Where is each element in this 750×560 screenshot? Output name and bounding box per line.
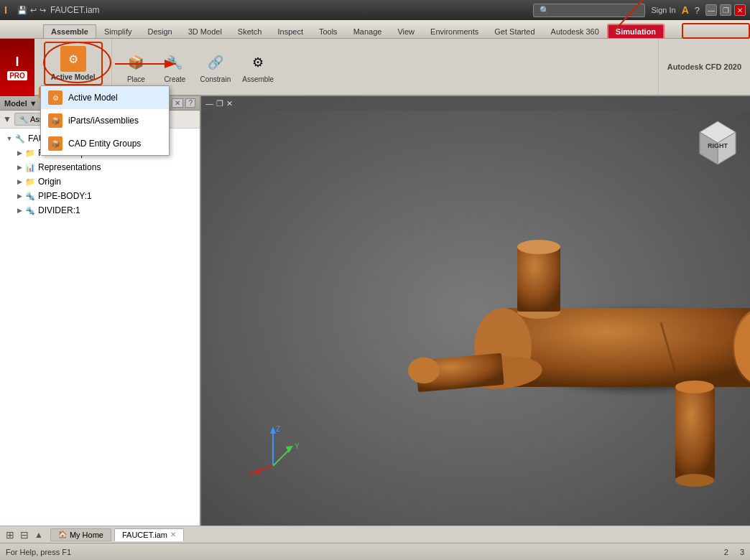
svg-point-19	[408, 358, 440, 383]
quick-access-redo[interactable]: ↪	[40, 6, 46, 15]
tree-item-origin[interactable]: ▶ 📁 Origin	[0, 174, 200, 189]
panel-close-btn[interactable]: ✕	[172, 98, 183, 108]
app-logo: I	[4, 4, 7, 16]
dropdown-cad-icon: 📦	[48, 136, 62, 151]
tab-view[interactable]: View	[389, 24, 422, 38]
window-title: FAUCET.iam	[50, 5, 100, 15]
help-icon[interactable]: ?	[695, 5, 700, 16]
bottom-tabs: ⊞ ⊟ ▲ 🏠 My Home FAUCET.iam ✕	[0, 526, 750, 543]
axes-svg: Z Y X	[244, 423, 302, 480]
svg-marker-31	[253, 468, 260, 475]
assembly-file-icon: 🔧	[14, 133, 26, 144]
bottom-tab-myhome[interactable]: 🏠 My Home	[50, 528, 111, 541]
viewport[interactable]: — ❐ ✕ RIGHT	[201, 96, 750, 526]
minimize-button[interactable]: —	[705, 4, 717, 16]
assemble-btn[interactable]: ⚙ Assemble	[238, 49, 278, 85]
filter-icon[interactable]: ▼	[3, 114, 11, 124]
svg-text:X: X	[248, 470, 253, 478]
sign-in-label[interactable]: Sign In	[651, 6, 675, 14]
expand-rep[interactable]: ▶	[14, 162, 24, 172]
svg-text:Z: Z	[276, 425, 280, 433]
svg-point-21	[675, 381, 714, 393]
pro-subtitle: PRO	[7, 71, 27, 80]
create-component-btn[interactable]: 🔧 Create	[157, 49, 193, 85]
navigate-back[interactable]: ▲	[34, 530, 43, 540]
place-component-btn[interactable]: 📦 Place	[118, 49, 154, 85]
status-right: 2 3	[724, 548, 744, 556]
tab-sketch[interactable]: Sketch	[230, 24, 270, 38]
viewport-close[interactable]: ✕	[226, 99, 233, 108]
tab-tools[interactable]: Tools	[311, 24, 346, 38]
home-icon: 🏠	[58, 531, 67, 538]
tab-simulation[interactable]: Simulation	[607, 24, 665, 38]
tree-label-pipe: PIPE-BODY:1	[38, 191, 92, 201]
quick-access-save[interactable]: 💾	[17, 6, 27, 15]
tree-item-representations[interactable]: ▶ 📊 Representations	[0, 160, 200, 174]
main-area: Model ▼ ✕ ? ▼ 🔧 Assembly View ▼ 👥 ▼ 🔧 FA…	[0, 96, 750, 526]
autodesk-cfd-group: Autodesk CFD 2020	[658, 39, 750, 95]
tab-assemble[interactable]: Assemble	[43, 24, 96, 38]
dropdown-active-model[interactable]: ⚙ Active Model	[41, 86, 169, 109]
search-box[interactable]: 🔍	[533, 4, 645, 17]
layout-btn[interactable]: ⊟	[20, 529, 29, 541]
dropdown-iparts[interactable]: 📦 iParts/iAssemblies	[41, 109, 169, 132]
svg-marker-25	[270, 426, 276, 434]
assemble-label: Assemble	[242, 75, 274, 83]
tree-label-origin: Origin	[38, 177, 61, 187]
constrain-label: Constrain	[200, 75, 231, 83]
place-icon: 📦	[124, 51, 147, 74]
part-icon-div: 🔩	[24, 205, 36, 216]
svg-rect-15	[517, 247, 560, 312]
quick-access-undo[interactable]: ↩	[30, 6, 37, 15]
left-panel: Model ▼ ✕ ? ▼ 🔧 Assembly View ▼ 👥 ▼ 🔧 FA…	[0, 96, 201, 526]
window-controls: — ❐ ✕	[705, 4, 746, 16]
title-bar-right: 🔍 Sign In A ? — ❐ ✕	[533, 4, 746, 17]
active-model-label: Active Model	[51, 73, 96, 81]
folder-icon-origin: 📁	[24, 176, 36, 187]
faucet-svg	[345, 154, 750, 513]
create-label: Create	[164, 75, 185, 83]
rep-icon: 📊	[24, 162, 36, 173]
svg-point-16	[517, 240, 560, 254]
tab-3dmodel[interactable]: 3D Model	[180, 24, 230, 38]
expand-pipe[interactable]: ▶	[14, 191, 24, 201]
viewport-restore[interactable]: ❐	[216, 99, 223, 108]
tab-inspect[interactable]: Inspect	[269, 24, 310, 38]
coordinate-axes: Z Y X	[244, 423, 302, 482]
dropdown-cad-groups-label: CAD Entity Groups	[68, 139, 141, 149]
panel-controls: ✕ ?	[172, 98, 195, 108]
assemble-icon: ⚙	[246, 51, 269, 74]
tree-item-divider[interactable]: ▶ 🔩 DIVIDER:1	[0, 203, 200, 218]
tab-design[interactable]: Design	[140, 24, 180, 38]
folder-icon-rel: 📁	[24, 147, 36, 159]
tab-simplify[interactable]: Simplify	[96, 24, 140, 38]
global-search-input[interactable]	[552, 6, 639, 14]
status-bar: For Help, press F1 2 3	[0, 543, 750, 560]
expand-div[interactable]: ▶	[14, 205, 24, 215]
status-num2: 3	[740, 548, 744, 556]
tab-environments[interactable]: Environments	[422, 24, 486, 38]
dropdown-iparts-icon: 📦	[48, 113, 62, 128]
dropdown-cad-groups[interactable]: 📦 CAD Entity Groups	[41, 132, 169, 155]
constrain-btn[interactable]: 🔗 Constrain	[195, 49, 235, 85]
tab-get-started[interactable]: Get Started	[486, 24, 542, 38]
back-navigation[interactable]: ⊞	[6, 529, 14, 541]
bottom-tab-faucet[interactable]: FAUCET.iam ✕	[114, 528, 184, 541]
tab-autodesk-360[interactable]: Autodesk 360	[543, 24, 607, 38]
svg-point-22	[675, 474, 714, 487]
tree-item-pipe-body[interactable]: ▶ 🔩 PIPE-BODY:1	[0, 189, 200, 203]
tab-manage[interactable]: Manage	[346, 24, 390, 38]
svg-text:RIGHT: RIGHT	[708, 142, 728, 149]
close-button[interactable]: ✕	[734, 4, 746, 16]
tab-close-icon[interactable]: ✕	[170, 531, 176, 538]
status-num1: 2	[724, 548, 728, 556]
expand-root[interactable]: ▼	[4, 134, 14, 144]
viewport-minimize[interactable]: —	[205, 99, 213, 108]
expand-rel[interactable]: ▶	[14, 148, 24, 158]
dropdown-active-model-icon: ⚙	[48, 90, 62, 105]
restore-button[interactable]: ❐	[720, 4, 731, 16]
active-model-button[interactable]: ⚙ Active Model	[44, 42, 103, 85]
panel-help-btn[interactable]: ?	[185, 98, 195, 108]
expand-origin[interactable]: ▶	[14, 177, 24, 187]
title-bar-left: I 💾 ↩ ↪ FAUCET.iam	[4, 4, 100, 16]
